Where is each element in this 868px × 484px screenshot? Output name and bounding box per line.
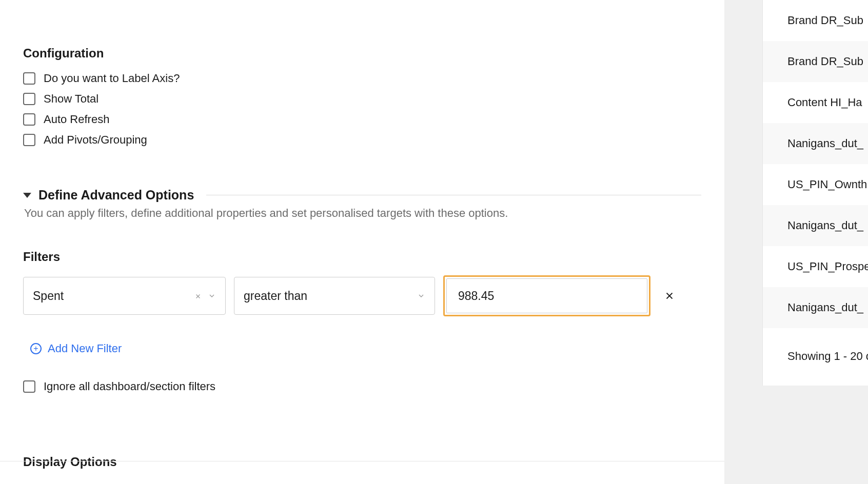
config-option-label: Do you want to Label Axis? (44, 72, 180, 85)
add-new-filter-label: Add New Filter (48, 342, 122, 355)
main-panel: Configuration Do you want to Label Axis?… (0, 0, 724, 484)
chevron-down-icon (417, 289, 425, 303)
list-item[interactable]: Brand DR_Sub (763, 41, 868, 82)
filter-value-highlight (443, 275, 650, 316)
ignore-filters-option[interactable]: Ignore all dashboard/section filters (23, 380, 701, 393)
ignore-filters-label: Ignore all dashboard/section filters (44, 380, 215, 393)
plus-circle-icon: + (30, 343, 42, 354)
filter-field-value: Spent (33, 289, 64, 303)
advanced-options-header[interactable]: Define Advanced Options (23, 188, 701, 203)
filter-operator-select[interactable]: greater than (234, 277, 435, 315)
footer-divider (0, 461, 724, 461)
display-options-section: Display Options (23, 455, 701, 469)
list-item[interactable]: US_PIN_Ownth (763, 164, 868, 205)
checkbox-show-total[interactable] (23, 93, 35, 105)
list-item[interactable]: Brand DR_Sub (763, 0, 868, 41)
config-option-label: Show Total (44, 92, 98, 106)
config-option-show-total[interactable]: Show Total (23, 92, 701, 106)
add-new-filter-button[interactable]: + Add New Filter (30, 342, 701, 355)
filter-field-select[interactable]: Spent (23, 277, 226, 315)
filter-value-input[interactable] (446, 278, 647, 313)
list-item[interactable]: Content HI_Ha (763, 82, 868, 123)
chevron-down-icon (208, 289, 216, 303)
collapse-icon (23, 193, 31, 198)
filters-section: Filters Spent greater than (23, 250, 701, 393)
config-option-pivots[interactable]: Add Pivots/Grouping (23, 133, 701, 147)
right-data-panel: Brand DR_Sub Brand DR_Sub Content HI_Ha … (762, 0, 868, 386)
advanced-options-description: You can apply filters, define additional… (24, 207, 701, 220)
list-item[interactable]: Nanigans_dut_ (763, 205, 868, 246)
configuration-section: Configuration Do you want to Label Axis?… (23, 46, 701, 147)
filter-operator-value: greater than (244, 289, 307, 303)
clear-field-icon[interactable] (194, 289, 202, 303)
config-option-auto-refresh[interactable]: Auto Refresh (23, 113, 701, 126)
list-item[interactable]: Nanigans_dut_ (763, 287, 868, 328)
checkbox-auto-refresh[interactable] (23, 113, 35, 126)
pagination-footer: Showing 1 - 20 o (763, 328, 868, 385)
advanced-options-title: Define Advanced Options (38, 188, 194, 203)
divider (206, 195, 701, 195)
filter-row: Spent greater than (23, 275, 701, 316)
display-options-title: Display Options (23, 455, 701, 469)
config-option-label: Add Pivots/Grouping (44, 133, 147, 147)
advanced-options-section: Define Advanced Options You can apply fi… (23, 188, 701, 220)
checkbox-label-axis[interactable] (23, 72, 35, 85)
list-item[interactable]: US_PIN_Prospe (763, 246, 868, 287)
filters-title: Filters (23, 250, 701, 264)
configuration-title: Configuration (23, 46, 701, 60)
list-item[interactable]: Nanigans_dut_ (763, 123, 868, 164)
config-option-label: Auto Refresh (44, 113, 109, 126)
config-option-label-axis[interactable]: Do you want to Label Axis? (23, 72, 701, 85)
remove-filter-button[interactable] (664, 290, 675, 301)
checkbox-ignore-filters[interactable] (23, 380, 35, 393)
checkbox-pivots[interactable] (23, 134, 35, 146)
